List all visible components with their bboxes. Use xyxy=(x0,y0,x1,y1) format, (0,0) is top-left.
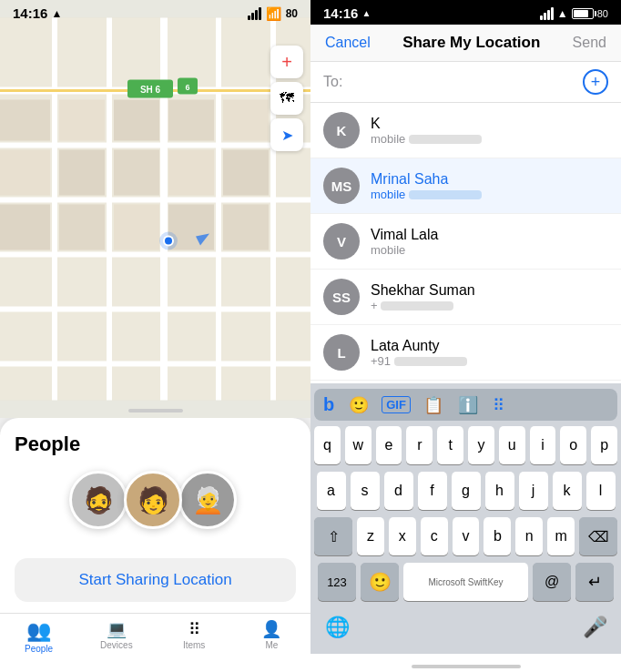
key-i[interactable]: i xyxy=(530,426,556,464)
tab-people[interactable]: 👥 People xyxy=(0,621,77,654)
key-h[interactable]: h xyxy=(485,472,514,510)
key-p[interactable]: p xyxy=(591,426,617,464)
key-t[interactable]: t xyxy=(437,426,463,464)
key-j[interactable]: j xyxy=(519,472,548,510)
maps-btn[interactable]: 🗺 xyxy=(270,82,303,115)
battery-left: 80 xyxy=(286,7,298,20)
key-k[interactable]: k xyxy=(553,472,582,510)
contact-item-k[interactable]: K K mobile xyxy=(310,103,621,158)
svg-rect-32 xyxy=(223,205,269,250)
avatar-1: 🧔 xyxy=(69,471,127,529)
left-panel: 14:16 ▲ 📶 80 xyxy=(0,0,310,672)
key-mic[interactable]: 🎤 xyxy=(575,608,614,647)
svg-rect-26 xyxy=(168,150,214,196)
grid-btn[interactable]: ⠿ xyxy=(491,393,506,417)
cancel-button[interactable]: Cancel xyxy=(325,35,371,51)
key-f[interactable]: f xyxy=(418,472,447,510)
contact-info-ms: Mrinal Saha mobile xyxy=(371,171,608,201)
redacted-l xyxy=(394,357,467,366)
key-r[interactable]: r xyxy=(406,426,433,464)
contact-name-v: Vimal Lala xyxy=(371,227,608,243)
map-view[interactable]: SH 6 6 xyxy=(0,0,310,418)
keyboard-extra-row: 🌐 🎤 xyxy=(314,601,617,650)
start-sharing-button[interactable]: Start Sharing Location xyxy=(15,558,296,602)
redacted-k xyxy=(409,135,482,144)
key-a[interactable]: a xyxy=(317,472,346,510)
tab-people-label: People xyxy=(25,644,53,654)
home-indicator xyxy=(310,654,621,672)
keyboard-rows: q w e r t y u i o p a s d f g h j k l xyxy=(314,426,617,601)
key-d[interactable]: d xyxy=(384,472,413,510)
tab-devices-label: Devices xyxy=(100,640,133,650)
contact-detail-ss: + xyxy=(371,299,608,312)
gif-btn[interactable]: GIF xyxy=(382,396,411,413)
tab-items[interactable]: ⠿ Items xyxy=(156,621,233,654)
wifi-icon: 📶 xyxy=(266,6,281,21)
key-l[interactable]: l xyxy=(586,472,616,510)
time-left: 14:16 xyxy=(13,5,47,21)
contact-info-k: K mobile xyxy=(371,116,608,146)
battery-pct: 80 xyxy=(597,8,608,19)
signal-icon-right xyxy=(540,7,554,20)
key-u[interactable]: u xyxy=(499,426,525,464)
bing-btn[interactable]: b xyxy=(321,392,336,417)
to-label: To: xyxy=(323,74,342,90)
keyboard-row-3: ⇧ z x c v b n m ⌫ xyxy=(314,517,617,555)
key-n[interactable]: n xyxy=(515,517,543,555)
contact-avatar-v: V xyxy=(323,223,360,260)
send-button[interactable]: Send xyxy=(573,35,606,51)
key-delete[interactable]: ⌫ xyxy=(579,517,617,555)
status-icons-right: ▲ 80 xyxy=(540,7,608,20)
contact-detail-ms: mobile xyxy=(371,188,608,201)
key-q[interactable]: q xyxy=(314,426,341,464)
tab-me[interactable]: 👤 Me xyxy=(233,621,310,654)
svg-point-35 xyxy=(165,238,172,245)
contact-info-v: Vimal Lala mobile xyxy=(371,227,608,257)
key-g[interactable]: g xyxy=(452,472,481,510)
contact-item-v[interactable]: V Vimal Lala mobile xyxy=(310,214,621,270)
key-at[interactable]: @ xyxy=(533,563,571,601)
tab-bar-left: 👥 People 💻 Devices ⠿ Items 👤 Me xyxy=(0,613,310,672)
keyboard-row-4: 123 🙂 Microsoft SwiftKey @ ↵ xyxy=(314,563,617,601)
key-v[interactable]: v xyxy=(453,517,480,555)
contact-item-l[interactable]: L Lata Aunty +91 xyxy=(310,325,621,381)
key-x[interactable]: x xyxy=(389,517,416,555)
clipboard-btn[interactable]: 📋 xyxy=(422,393,445,417)
contact-info-l: Lata Aunty +91 xyxy=(371,338,608,368)
svg-rect-24 xyxy=(59,150,105,196)
add-recipient-button[interactable]: + xyxy=(583,69,608,95)
contact-detail-k: mobile xyxy=(371,132,608,146)
key-s[interactable]: s xyxy=(351,472,380,510)
to-input[interactable] xyxy=(348,74,577,90)
key-y[interactable]: y xyxy=(468,426,494,464)
time-right: 14:16 xyxy=(323,5,358,21)
key-w[interactable]: w xyxy=(345,426,372,464)
svg-rect-19 xyxy=(59,100,105,141)
key-return[interactable]: ↵ xyxy=(575,563,614,601)
emoji-tool-btn[interactable]: 🙂 xyxy=(347,393,371,417)
info-btn[interactable]: ℹ️ xyxy=(456,393,480,417)
tab-me-label: Me xyxy=(265,640,278,650)
keyboard-area: b 🙂 GIF 📋 ℹ️ ⠿ q w e r t y u i o p a xyxy=(310,383,621,654)
contact-item-ms[interactable]: MS Mrinal Saha mobile xyxy=(310,158,621,214)
key-c[interactable]: c xyxy=(421,517,448,555)
key-e[interactable]: e xyxy=(376,426,402,464)
contact-name-k: K xyxy=(371,116,608,132)
key-shift[interactable]: ⇧ xyxy=(314,517,352,555)
svg-text:6: 6 xyxy=(185,83,189,92)
key-123[interactable]: 123 xyxy=(318,563,356,601)
key-globe[interactable]: 🌐 xyxy=(318,608,356,647)
key-z[interactable]: z xyxy=(357,517,384,555)
key-o[interactable]: o xyxy=(560,426,586,464)
contact-list: K K mobile MS Mrinal Saha mobile V xyxy=(310,103,621,383)
location-arrow-btn[interactable]: ➤ xyxy=(270,118,303,151)
contact-item-ss[interactable]: SS Shekhar Suman + xyxy=(310,270,621,325)
key-space[interactable]: Microsoft SwiftKey xyxy=(403,563,528,601)
key-b[interactable]: b xyxy=(484,517,511,555)
add-location-btn[interactable]: + xyxy=(270,46,303,78)
avatar-group: 🧔 🧑 🧑‍🦳 xyxy=(15,471,296,544)
key-m[interactable]: m xyxy=(547,517,575,555)
key-emoji[interactable]: 🙂 xyxy=(361,563,399,601)
me-tab-icon: 👤 xyxy=(261,621,281,637)
tab-devices[interactable]: 💻 Devices xyxy=(77,621,155,654)
